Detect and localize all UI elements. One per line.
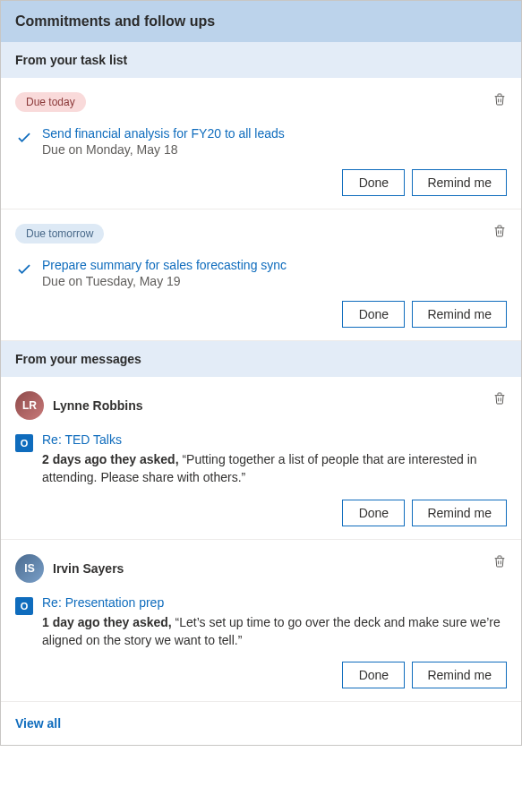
due-badge: Due tomorrow (15, 224, 104, 244)
due-badge: Due today (15, 92, 86, 112)
commitments-card: Commitments and follow ups From your tas… (0, 0, 522, 746)
outlook-icon: O (15, 597, 33, 615)
message-item: IS Irvin Sayers O Re: Presentation prep … (1, 540, 521, 703)
delete-icon[interactable] (492, 391, 507, 406)
message-item: LR Lynne Robbins O Re: TED Talks 2 days … (1, 377, 521, 540)
message-subject-link[interactable]: Re: Presentation prep (42, 595, 507, 610)
sender-name: Irvin Sayers (53, 561, 124, 576)
done-button[interactable]: Done (342, 500, 405, 526)
checkmark-icon (15, 260, 33, 278)
task-item: Due today Send financial analysis for FY… (1, 78, 521, 209)
remind-me-button[interactable]: Remind me (412, 500, 507, 526)
message-time-prefix: 1 day ago they asked, (42, 615, 172, 629)
done-button[interactable]: Done (342, 169, 405, 196)
remind-me-button[interactable]: Remind me (412, 301, 507, 328)
task-due-text: Due on Monday, May 18 (42, 142, 285, 157)
remind-me-button[interactable]: Remind me (412, 169, 507, 196)
task-item: Due tomorrow Prepare summary for sales f… (1, 209, 521, 341)
tasks-section-header: From your task list (1, 42, 521, 78)
checkmark-icon (15, 128, 33, 146)
messages-header-label: From your messages (15, 352, 141, 366)
done-button[interactable]: Done (342, 662, 405, 688)
done-button[interactable]: Done (342, 301, 405, 328)
tasks-header-label: From your task list (15, 53, 127, 67)
card-header: Commitments and follow ups (1, 1, 521, 42)
message-body: 2 days ago they asked, “Putting together… (42, 450, 507, 487)
task-title-link[interactable]: Send financial analysis for FY20 to all … (42, 126, 285, 141)
delete-icon[interactable] (492, 92, 507, 107)
message-body: 1 day ago they asked, “Let’s set up time… (42, 613, 507, 650)
view-all-link[interactable]: View all (15, 716, 61, 731)
message-time-prefix: 2 days ago they asked, (42, 452, 179, 466)
sender-name: Lynne Robbins (53, 398, 143, 413)
avatar: IS (15, 554, 44, 583)
message-subject-link[interactable]: Re: TED Talks (42, 432, 507, 447)
task-due-text: Due on Tuesday, May 19 (42, 274, 287, 288)
card-title: Commitments and follow ups (15, 13, 215, 29)
task-title-link[interactable]: Prepare summary for sales forecasting sy… (42, 258, 287, 272)
card-footer: View all (1, 702, 521, 745)
remind-me-button[interactable]: Remind me (412, 662, 507, 688)
delete-icon[interactable] (492, 224, 507, 238)
outlook-icon: O (15, 434, 33, 452)
messages-section-header: From your messages (1, 341, 521, 377)
avatar: LR (15, 391, 44, 420)
delete-icon[interactable] (492, 554, 507, 568)
